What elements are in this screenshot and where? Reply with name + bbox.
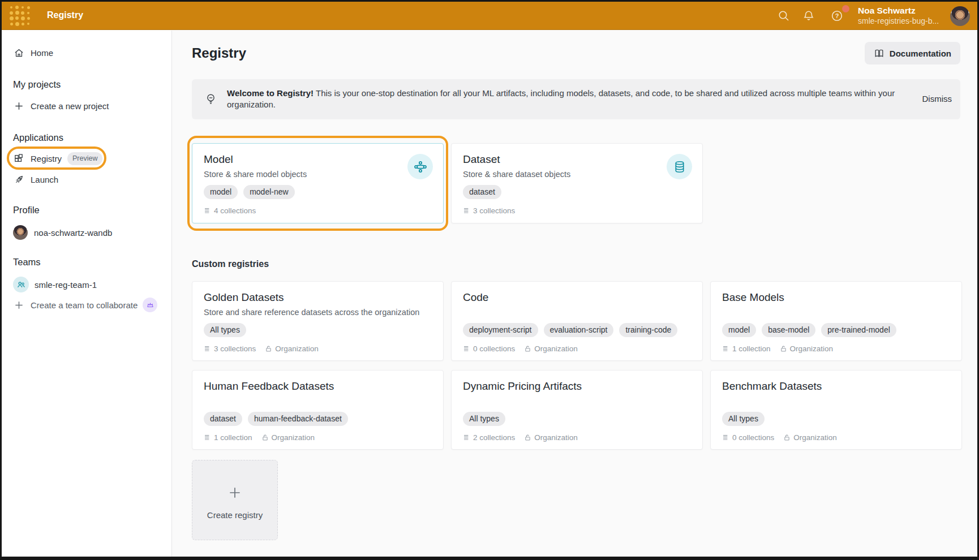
sidebar-item-profile[interactable]: noa-schwartz-wandb (2, 223, 171, 242)
create-registry-label: Create registry (192, 510, 277, 520)
banner-text: Welcome to Registry! This is your one-st… (227, 88, 914, 110)
plus-icon (13, 100, 24, 111)
tag-pill: base-model (762, 323, 815, 337)
tag-list: model base-model pre-trained-model (722, 323, 896, 337)
custom-registries-heading: Custom registries (192, 259, 269, 269)
card-description: Store and share reference datasets acros… (204, 308, 419, 317)
tag-list: deployment-script evaluation-script trai… (463, 323, 677, 337)
card-title: Model (204, 153, 233, 166)
dismiss-button[interactable]: Dismiss (922, 94, 952, 104)
my-projects-heading: My projects (13, 79, 61, 90)
documentation-label: Documentation (890, 49, 951, 58)
plus-icon (13, 299, 24, 311)
lightbulb-icon (204, 92, 218, 106)
tag-pill: pre-trained-model (821, 323, 896, 337)
teams-heading: Teams (13, 257, 41, 268)
sidebar-item-label: Home (31, 48, 53, 58)
create-project-button[interactable]: Create a new project (2, 96, 171, 115)
sidebar-item-label: Launch (31, 175, 58, 184)
rocket-icon (13, 174, 24, 185)
topbar-title: Registry (47, 10, 83, 20)
tag-list: All types (722, 412, 765, 426)
user-avatar[interactable] (950, 6, 970, 26)
card-footer: 2 collections Organization (463, 433, 578, 442)
collections-icon (722, 434, 729, 441)
collections-icon (463, 345, 470, 352)
card-footer: 0 collections Organization (722, 433, 837, 442)
crown-badge-icon (143, 298, 157, 312)
tag-pill: All types (722, 412, 765, 426)
create-registry-button[interactable]: Create registry (192, 460, 278, 540)
sidebar-item-launch[interactable]: Launch (2, 170, 171, 189)
preview-badge: Preview (67, 152, 102, 165)
create-team-button[interactable]: Create a team to collaborate (2, 295, 171, 315)
lock-icon (524, 434, 531, 441)
help-icon[interactable]: ? (830, 9, 844, 23)
notification-dot (842, 5, 849, 12)
card-title: Code (463, 291, 488, 304)
card-title: Base Models (722, 291, 784, 304)
tag-pill: deployment-script (463, 323, 538, 337)
sidebar-item-label: Create a new project (31, 101, 109, 111)
tag-pill: training-code (619, 323, 677, 337)
card-description: Store & share model objects (204, 170, 307, 179)
collections-icon (204, 434, 211, 441)
user-name: Noa Schwartz (858, 5, 939, 16)
tag-list: model model-new (204, 185, 295, 199)
card-footer: 4 collections (204, 206, 256, 215)
registry-card-human-feedback-datasets[interactable]: Human Feedback Datasets dataset human-fe… (192, 370, 444, 450)
tag-pill: model (722, 323, 756, 337)
registry-card-dataset[interactable]: Dataset Store & share dataset objects da… (451, 143, 703, 223)
database-icon (667, 154, 692, 179)
profile-heading: Profile (13, 205, 40, 216)
applications-heading: Applications (13, 132, 63, 143)
tag-list: All types (463, 412, 505, 426)
notifications-bell-icon[interactable] (802, 9, 815, 23)
collections-icon (463, 434, 470, 441)
card-footer: 1 collection Organization (204, 433, 315, 442)
registry-card-model[interactable]: Model Store & share model objects model … (192, 143, 444, 223)
sidebar-item-team[interactable]: smle-reg-team-1 (2, 275, 171, 294)
registry-card-dynamic-pricing-artifacts[interactable]: Dynamic Pricing Artifacts All types 2 co… (451, 370, 703, 450)
registry-icon (13, 153, 24, 164)
card-footer: 3 collections Organization (204, 344, 319, 353)
registry-card-code[interactable]: Code deployment-script evaluation-script… (451, 281, 703, 361)
topbar: Registry ? Noa Schwartz smle-registries-… (2, 2, 977, 30)
welcome-banner: Welcome to Registry! This is your one-st… (192, 79, 960, 119)
banner-body-text: This is your one-stop destination for al… (227, 88, 895, 109)
search-icon[interactable] (777, 9, 791, 23)
card-footer: 0 collections Organization (463, 344, 578, 353)
lock-icon (265, 345, 272, 352)
sidebar-item-label: noa-schwartz-wandb (34, 228, 112, 238)
card-title: Benchmark Datasets (722, 380, 822, 393)
card-description: Store & share dataset objects (463, 170, 570, 179)
card-title: Dataset (463, 153, 500, 166)
sidebar-item-registry[interactable]: Registry Preview (2, 149, 171, 168)
tag-pill: evaluation-script (544, 323, 614, 337)
tag-pill: model (204, 185, 238, 199)
user-org: smle-registries-bug-b... (858, 16, 939, 26)
tag-pill: dataset (463, 185, 501, 199)
wandb-logo-icon[interactable] (8, 5, 31, 27)
model-icon (407, 154, 433, 179)
registry-card-benchmark-datasets[interactable]: Benchmark Datasets All types 0 collectio… (710, 370, 962, 450)
lock-icon (783, 434, 791, 441)
registry-card-golden-datasets[interactable]: Golden Datasets Store and share referenc… (192, 281, 444, 361)
sidebar-item-label: Registry (31, 154, 62, 163)
user-menu[interactable]: Noa Schwartz smle-registries-bug-b... (858, 5, 939, 26)
collections-icon (463, 207, 470, 214)
tag-list: All types (204, 323, 246, 337)
tag-list: dataset human-feedback-dataset (204, 412, 348, 426)
tag-pill: All types (204, 323, 246, 337)
sidebar-item-label: smle-reg-team-1 (35, 280, 97, 290)
registry-card-base-models[interactable]: Base Models model base-model pre-trained… (710, 281, 962, 361)
page-title: Registry (192, 45, 246, 61)
card-title: Human Feedback Datasets (204, 380, 334, 393)
plus-icon (192, 485, 277, 502)
sidebar: Home My projects Create a new project Ap… (2, 31, 172, 557)
card-footer: 3 collections (463, 206, 515, 215)
home-icon (13, 47, 24, 58)
lock-icon (524, 345, 531, 352)
documentation-button[interactable]: Documentation (865, 42, 960, 64)
sidebar-item-home[interactable]: Home (2, 43, 171, 62)
